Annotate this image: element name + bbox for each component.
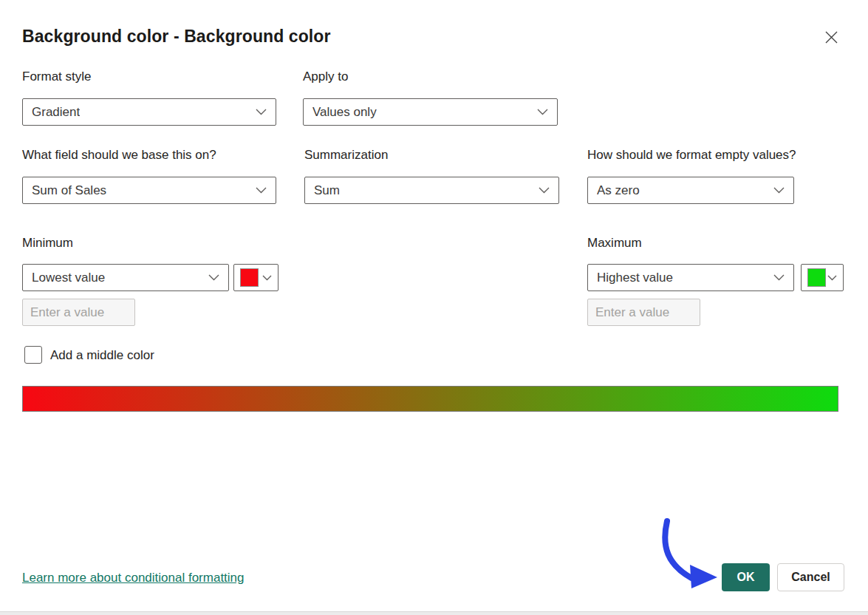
apply-to-dropdown[interactable]: Values only xyxy=(303,98,558,126)
base-field-label: What field should we base this on? xyxy=(22,148,216,163)
ok-button[interactable]: OK xyxy=(722,563,770,591)
chevron-down-icon xyxy=(537,109,548,115)
chevron-down-icon xyxy=(208,274,219,281)
annotation-arrow-icon xyxy=(649,516,722,597)
cancel-button[interactable]: Cancel xyxy=(777,563,844,591)
summarization-value: Sum xyxy=(314,183,340,198)
maximum-color-swatch xyxy=(807,268,826,287)
add-middle-color-checkbox[interactable] xyxy=(24,346,42,364)
apply-to-label: Apply to xyxy=(303,69,348,84)
dialog-bottom-edge xyxy=(0,611,868,615)
chevron-down-icon xyxy=(827,275,837,281)
annotation-arrow-head xyxy=(690,565,717,588)
add-middle-color-label: Add a middle color xyxy=(50,348,154,363)
empty-values-label: How should we format empty values? xyxy=(587,148,796,163)
maximum-value: Highest value xyxy=(597,271,673,285)
minimum-value: Lowest value xyxy=(32,271,105,285)
format-style-label: Format style xyxy=(22,69,92,84)
maximum-value-input xyxy=(587,299,700,326)
dialog-title: Background color - Background color xyxy=(22,27,331,47)
minimum-dropdown[interactable]: Lowest value xyxy=(22,264,229,291)
chevron-down-icon xyxy=(256,109,267,115)
minimum-value-input xyxy=(22,299,135,326)
summarization-dropdown[interactable]: Sum xyxy=(304,177,559,204)
chevron-down-icon xyxy=(262,275,272,281)
summarization-label: Summarization xyxy=(304,148,388,163)
maximum-label: Maximum xyxy=(587,236,642,251)
minimum-color-swatch xyxy=(240,268,259,287)
format-style-dropdown[interactable]: Gradient xyxy=(22,98,276,126)
maximum-color-picker[interactable] xyxy=(801,264,844,291)
learn-more-link[interactable]: Learn more about conditional formatting xyxy=(22,571,245,585)
chevron-down-icon xyxy=(773,274,785,281)
chevron-down-icon xyxy=(773,187,785,194)
base-field-dropdown[interactable]: Sum of Sales xyxy=(22,177,276,204)
chevron-down-icon xyxy=(256,187,267,194)
background-color-dialog: Background color - Background color Form… xyxy=(0,0,868,615)
maximum-dropdown[interactable]: Highest value xyxy=(587,264,794,291)
close-icon xyxy=(825,31,838,47)
chevron-down-icon xyxy=(539,187,550,194)
empty-values-dropdown[interactable]: As zero xyxy=(587,177,794,204)
minimum-label: Minimum xyxy=(22,236,73,251)
minimum-color-picker[interactable] xyxy=(233,264,278,291)
base-field-value: Sum of Sales xyxy=(32,183,106,198)
apply-to-value: Values only xyxy=(312,105,377,120)
gradient-bar xyxy=(22,386,838,412)
annotation-arrow-shaft xyxy=(665,521,691,578)
empty-values-value: As zero xyxy=(597,183,640,198)
format-style-value: Gradient xyxy=(32,105,80,120)
close-button[interactable] xyxy=(819,27,844,50)
